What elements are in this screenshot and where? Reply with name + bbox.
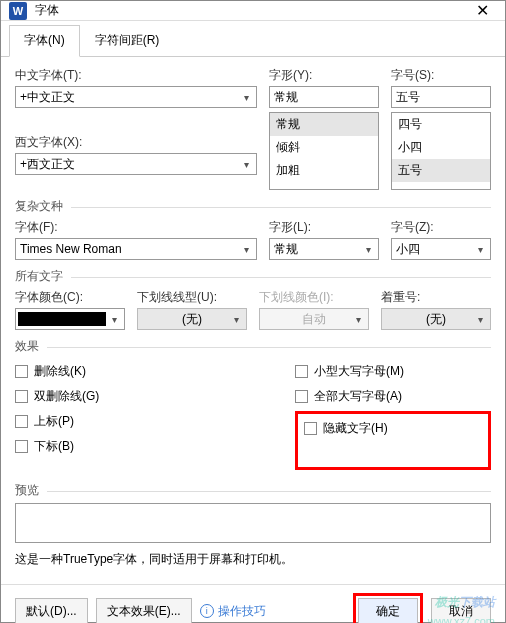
highlight-box-hidden: 隐藏文字(H) xyxy=(295,411,491,470)
chevron-down-icon: ▾ xyxy=(472,309,488,329)
titlebar: W 字体 ✕ xyxy=(1,1,505,21)
font-f-combo[interactable]: Times New Roman ▾ xyxy=(15,238,257,260)
footer: 默认(D)... 文本效果(E)... i 操作技巧 确定 取消 极光下载站 w… xyxy=(1,584,505,623)
tips-link[interactable]: i 操作技巧 xyxy=(200,603,266,620)
checkbox-super[interactable]: 上标(P) xyxy=(15,413,255,430)
tips-label: 操作技巧 xyxy=(218,603,266,620)
checkbox-label: 小型大写字母(M) xyxy=(314,363,404,380)
checkbox-label: 删除线(K) xyxy=(34,363,86,380)
color-swatch xyxy=(18,312,106,326)
west-font-combo[interactable]: +西文正文 ▾ xyxy=(15,153,257,175)
chevron-down-icon: ▾ xyxy=(238,87,254,107)
label-cn-font: 中文字体(T): xyxy=(15,67,257,84)
chevron-down-icon: ▾ xyxy=(350,309,366,329)
highlight-box-ok: 确定 xyxy=(353,593,423,623)
west-font-value: +西文正文 xyxy=(20,156,75,173)
text-effects-button[interactable]: 文本效果(E)... xyxy=(96,598,192,623)
tab-bar: 字体(N) 字符间距(R) xyxy=(1,21,505,57)
tab-spacing[interactable]: 字符间距(R) xyxy=(80,25,175,56)
size-input[interactable]: 五号 xyxy=(391,86,491,108)
list-item[interactable]: 小四 xyxy=(392,136,490,159)
checkbox-label: 隐藏文字(H) xyxy=(323,420,388,437)
checkbox-label: 双删除线(G) xyxy=(34,388,99,405)
emphasis-value: (无) xyxy=(386,311,486,328)
style-l-combo[interactable]: 常规 ▾ xyxy=(269,238,379,260)
underline-color-value: 自动 xyxy=(264,311,364,328)
style-input[interactable]: 常规 xyxy=(269,86,379,108)
size-listbox[interactable]: 四号 小四 五号 xyxy=(391,112,491,190)
style-l-value: 常规 xyxy=(274,241,298,258)
style-listbox[interactable]: 常规 倾斜 加粗 xyxy=(269,112,379,190)
size-z-combo[interactable]: 小四 ▾ xyxy=(391,238,491,260)
cn-font-value: +中文正文 xyxy=(20,89,75,106)
label-underline-color: 下划线颜色(I): xyxy=(259,289,369,306)
default-button[interactable]: 默认(D)... xyxy=(15,598,88,623)
chevron-down-icon: ▾ xyxy=(472,239,488,259)
label-west-font: 西文字体(X): xyxy=(15,134,257,151)
close-icon[interactable]: ✕ xyxy=(467,1,497,20)
checkbox-label: 上标(P) xyxy=(34,413,74,430)
window-title: 字体 xyxy=(35,2,467,19)
emphasis-combo[interactable]: (无) ▾ xyxy=(381,308,491,330)
cancel-button[interactable]: 取消 xyxy=(431,598,491,623)
list-item[interactable]: 倾斜 xyxy=(270,136,378,159)
style-value: 常规 xyxy=(274,89,298,106)
font-color-combo[interactable]: ▾ xyxy=(15,308,125,330)
underline-style-combo[interactable]: (无) ▾ xyxy=(137,308,247,330)
chevron-down-icon: ▾ xyxy=(238,154,254,174)
chevron-down-icon: ▾ xyxy=(360,239,376,259)
checkbox-smallcaps[interactable]: 小型大写字母(M) xyxy=(295,363,491,380)
ok-button[interactable]: 确定 xyxy=(358,598,418,623)
label-emphasis: 着重号: xyxy=(381,289,491,306)
group-preview: 预览 xyxy=(15,482,491,499)
info-text: 这是一种TrueType字体，同时适用于屏幕和打印机。 xyxy=(15,551,491,568)
label-size: 字号(S): xyxy=(391,67,491,84)
font-f-value: Times New Roman xyxy=(20,242,122,256)
underline-color-combo: 自动 ▾ xyxy=(259,308,369,330)
group-all-text: 所有文字 xyxy=(15,268,491,285)
cn-font-combo[interactable]: +中文正文 ▾ xyxy=(15,86,257,108)
app-icon: W xyxy=(9,2,27,20)
chevron-down-icon: ▾ xyxy=(106,309,122,329)
chevron-down-icon: ▾ xyxy=(228,309,244,329)
list-item[interactable]: 四号 xyxy=(392,113,490,136)
list-item[interactable]: 五号 xyxy=(392,159,490,182)
preview-box xyxy=(15,503,491,543)
underline-style-value: (无) xyxy=(142,311,242,328)
group-complex: 复杂文种 xyxy=(15,198,491,215)
label-font-f: 字体(F): xyxy=(15,219,257,236)
checkbox-allcaps[interactable]: 全部大写字母(A) xyxy=(295,388,491,405)
checkbox-hidden[interactable]: 隐藏文字(H) xyxy=(304,420,482,437)
group-effects: 效果 xyxy=(15,338,491,355)
label-style: 字形(Y): xyxy=(269,67,379,84)
checkbox-strike[interactable]: 删除线(K) xyxy=(15,363,255,380)
checkbox-sub[interactable]: 下标(B) xyxy=(15,438,255,455)
list-item[interactable]: 常规 xyxy=(270,113,378,136)
label-size-z: 字号(Z): xyxy=(391,219,491,236)
checkbox-dstrike[interactable]: 双删除线(G) xyxy=(15,388,255,405)
checkbox-label: 下标(B) xyxy=(34,438,74,455)
size-value: 五号 xyxy=(396,89,420,106)
size-z-value: 小四 xyxy=(396,241,420,258)
list-item[interactable]: 加粗 xyxy=(270,159,378,182)
label-underline-style: 下划线线型(U): xyxy=(137,289,247,306)
info-icon: i xyxy=(200,604,214,618)
tab-font[interactable]: 字体(N) xyxy=(9,25,80,57)
label-style-l: 字形(L): xyxy=(269,219,379,236)
chevron-down-icon: ▾ xyxy=(238,239,254,259)
label-font-color: 字体颜色(C): xyxy=(15,289,125,306)
checkbox-label: 全部大写字母(A) xyxy=(314,388,402,405)
